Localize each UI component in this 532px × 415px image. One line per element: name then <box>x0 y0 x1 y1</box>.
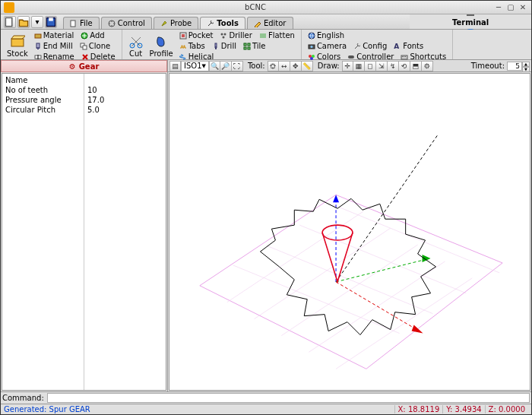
svg-rect-5 <box>11 39 24 46</box>
tab-label: Probe <box>170 19 192 27</box>
svg-rect-32 <box>402 56 403 57</box>
command-label: Command: <box>2 394 44 402</box>
view-select[interactable]: ISO1▼ <box>181 61 209 71</box>
draw-paths-button[interactable]: ↯ <box>388 61 399 71</box>
pocket-button[interactable]: Pocket <box>176 30 217 40</box>
open-recent-button[interactable]: ▾ <box>31 16 43 28</box>
svg-line-38 <box>336 282 420 331</box>
close-button[interactable]: ✕ <box>518 2 528 13</box>
status-z: Z: 0.0000 <box>485 405 528 413</box>
svg-rect-33 <box>404 56 404 57</box>
ribbon-group-database: Stock Material Add End Mill Clone Rename… <box>1 30 122 59</box>
left-panel-title: ⚙ Gear <box>1 60 167 72</box>
tool-ruler-button[interactable]: 📏 <box>302 61 313 71</box>
add-button[interactable]: Add <box>78 30 107 40</box>
tool-move-button[interactable]: ↔ <box>279 61 290 71</box>
svg-point-42 <box>322 225 353 240</box>
profile-button[interactable]: Profile <box>147 30 176 62</box>
svg-rect-30 <box>348 55 354 59</box>
tab-file[interactable]: File <box>63 17 100 29</box>
stock-label: Stock <box>7 49 28 58</box>
tab-tools[interactable]: Tools <box>200 17 245 29</box>
svg-rect-34 <box>405 56 406 57</box>
tabs-button[interactable]: Tabs <box>176 41 208 51</box>
zoom-fit-button[interactable]: ⛶ <box>232 61 243 71</box>
status-x: X: 18.8119 <box>394 405 443 413</box>
title-bar: bCNC ─ ▢ ✕ <box>1 1 531 14</box>
draw-workarea-button[interactable]: ⬒ <box>410 61 422 71</box>
tab-control[interactable]: Control <box>101 17 152 29</box>
svg-point-18 <box>223 36 225 38</box>
view-menu-button[interactable]: ▤ <box>169 61 181 71</box>
spin-down[interactable]: ▼ <box>522 67 530 72</box>
svg-rect-8 <box>36 43 40 48</box>
draw-machine-button[interactable]: ⚙ <box>422 61 433 71</box>
endmill-button[interactable]: End Mill <box>31 41 76 51</box>
draw-axes-button[interactable]: ✛ <box>342 61 353 71</box>
draw-margin-button[interactable]: ◻ <box>365 61 376 71</box>
driller-button[interactable]: Driller <box>217 30 255 40</box>
window-title: bCNC <box>19 3 492 11</box>
svg-rect-23 <box>248 47 250 49</box>
tool-select-button[interactable]: ⯐ <box>268 61 279 71</box>
tab-editor[interactable]: Editor <box>247 17 293 29</box>
prop-key: Circular Pitch <box>5 105 81 115</box>
config-button[interactable]: Config <box>350 41 390 51</box>
camera-button[interactable]: Camera <box>305 41 350 51</box>
clone-button[interactable]: Clone <box>77 41 113 51</box>
timeout-label: Timeout: <box>467 62 507 70</box>
prop-key: Pressure angle <box>5 95 81 105</box>
draw-probes-button[interactable]: ⇲ <box>376 61 388 71</box>
draw-label: Draw: <box>313 62 342 70</box>
svg-rect-10 <box>83 46 87 49</box>
zoom-in-button[interactable]: 🔍 <box>209 61 220 71</box>
language-button[interactable]: English <box>305 30 347 40</box>
timeout-input[interactable] <box>507 62 522 71</box>
prop-value[interactable] <box>87 75 163 85</box>
save-button[interactable] <box>45 16 57 28</box>
ribbon-group-config: English Camera Config AFonts Colors Cont… <box>302 30 453 59</box>
main-tabstrip: ▾ File Control Probe Tools Editor Termin… <box>1 14 531 30</box>
zoom-out-button[interactable]: 🔎 <box>220 61 232 71</box>
maximize-button[interactable]: ▢ <box>505 2 516 13</box>
svg-point-17 <box>224 33 226 35</box>
chevron-down-icon: ▼ <box>202 63 206 69</box>
new-button[interactable] <box>4 16 16 28</box>
prop-key: Name <box>5 75 81 85</box>
fonts-button[interactable]: AFonts <box>391 41 426 51</box>
terminal-label: Terminal <box>452 18 489 27</box>
tab-label: Tools <box>217 19 239 27</box>
command-input[interactable] <box>47 393 530 403</box>
tab-probe[interactable]: Probe <box>154 17 198 29</box>
minimize-button[interactable]: ─ <box>493 2 504 13</box>
terminal-checkbox[interactable] <box>467 14 474 16</box>
tab-label: Editor <box>264 19 287 27</box>
svg-rect-21 <box>248 43 250 46</box>
canvas[interactable] <box>169 73 530 391</box>
spin-up[interactable]: ▲ <box>522 62 530 67</box>
material-button[interactable]: Material <box>31 30 78 40</box>
draw-rapid-button[interactable]: ⟲ <box>399 61 410 71</box>
font-icon: A <box>394 43 401 50</box>
tile-button[interactable]: Tile <box>240 41 269 51</box>
prop-value[interactable]: 5.0 <box>87 105 163 115</box>
svg-rect-22 <box>244 47 246 49</box>
cut-button[interactable]: Cut <box>125 30 147 62</box>
properties-table[interactable]: Name No of teeth Pressure angle Circular… <box>2 73 166 391</box>
flatten-button[interactable]: Flatten <box>256 30 298 40</box>
svg-point-26 <box>310 46 312 48</box>
canvas-toolbar: ▤ ISO1▼ 🔍 🔎 ⛶ Tool: ⯐ ↔ ✥ 📏 Draw: ✛ ▦ ◻ … <box>168 60 531 72</box>
tab-label: Control <box>118 19 145 27</box>
ribbon: Stock Material Add End Mill Clone Rename… <box>1 30 531 60</box>
tool-label: Tool: <box>243 62 268 70</box>
prop-value[interactable]: 10 <box>87 85 163 95</box>
draw-grid-button[interactable]: ▦ <box>353 61 365 71</box>
svg-point-29 <box>310 57 313 60</box>
open-button[interactable] <box>17 16 30 28</box>
app-icon <box>4 2 14 13</box>
drill-button[interactable]: Drill <box>209 41 239 51</box>
tool-origin-button[interactable]: ✥ <box>290 61 302 71</box>
prop-value[interactable]: 17.0 <box>87 95 163 105</box>
stock-button[interactable]: Stock <box>4 30 31 62</box>
timeout-spinner[interactable]: ▲▼ <box>507 62 530 71</box>
